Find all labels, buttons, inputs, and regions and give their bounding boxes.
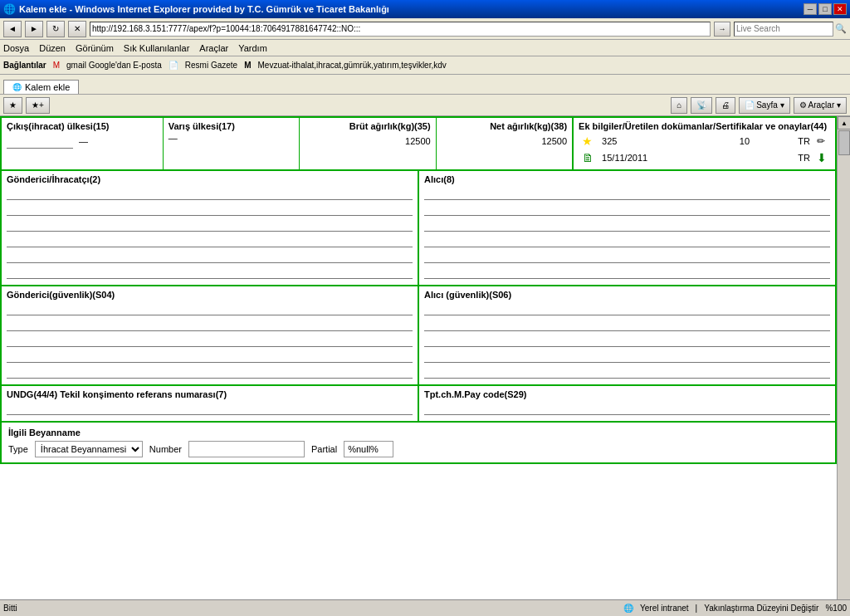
search-input[interactable] [734,22,833,37]
favorites-button[interactable]: ★ [3,97,22,114]
gonderici-field-1[interactable] [7,187,413,200]
refresh-button[interactable]: ↻ [46,21,65,37]
link-gazete[interactable]: Resmi Gazete [185,61,237,70]
alici-g-field-1[interactable] [424,302,830,315]
alici-inner: Alıcı(8) [419,171,835,285]
tab-bar: 🌐 Kalem ekle [0,75,850,95]
scroll-up-button[interactable]: ▲ [838,116,850,130]
gonderici-field-4[interactable] [7,234,413,247]
scroll-thumb[interactable] [838,130,850,155]
cikis-ulkesi-col: Çıkış(ihracat) ülkesi(15) — [2,118,164,169]
add-favorites-button[interactable]: ★+ [26,97,50,114]
menu-sik[interactable]: Sık Kullanılanlar [124,43,190,53]
menu-araclar[interactable]: Araçlar [199,43,228,53]
zoom-button[interactable]: Yakınlaştırma Düzeyini Değiştir [704,604,818,613]
address-input[interactable] [90,22,711,37]
menu-dosya[interactable]: Dosya [3,43,29,53]
gonderici-field-6[interactable] [7,266,413,279]
alici-label: Alıcı(8) [424,174,830,184]
ie-icon: 🌐 [3,3,16,15]
alici-g-field-2[interactable] [424,318,830,331]
gonderici-inner: Gönderici/İhracatçı(2) [2,171,418,285]
home-button[interactable]: ⌂ [671,97,687,114]
menu-duzen[interactable]: Düzen [39,43,66,53]
undg-inner: UNDG(44/4) Tekil konşimento referans num… [2,386,418,421]
feed-icon: 📡 [696,100,706,110]
status-right: 🌐 Yerel intranet | Yakınlaştırma Düzeyin… [623,604,847,613]
partial-input[interactable] [344,441,393,457]
partial-label: Partial [311,444,337,454]
alici-field-3[interactable] [424,218,830,232]
tools-icon: ⚙ [799,100,807,110]
link-gmail[interactable]: gmail Google'dan E-posta [66,61,162,70]
title-bar: 🌐 Kalem ekle - Windows Internet Explorer… [0,0,850,18]
edit-icon-2[interactable]: ⬇ [817,151,827,164]
alici-col: Alıcı(8) [419,171,835,285]
window-controls: ─ □ ✕ [804,3,847,15]
forward-button[interactable]: ► [25,21,43,37]
menu-gorunum[interactable]: Görünüm [76,43,114,53]
cikis-label: Çıkış(ihracat) ülkesi(15) [7,121,158,131]
alici-field-1[interactable] [424,187,830,200]
zoom-separator: | [696,604,698,613]
search-icon[interactable]: 🔍 [835,23,847,34]
edit-icon-1[interactable]: ✏ [817,135,825,147]
link-gazete-icon: 📄 [169,61,178,70]
tab-kalem-ekle[interactable]: 🌐 Kalem ekle [3,80,79,94]
link-mevzuat[interactable]: Mevzuat-ithalat,ihracat,gümrük,yatırım,t… [258,61,447,70]
ek-val-325: 325 [598,133,736,149]
link-mevzuat-icon: M [244,61,251,70]
page-button[interactable]: 📄 Sayfa ▾ [739,97,789,114]
tpt-field[interactable] [424,402,830,415]
star-icon: ★ [582,134,593,148]
alici-g-field-5[interactable] [424,365,830,379]
ek-bilgiler-section: Ek bilgiler/Üretilen dokümanlar/Sertifik… [572,118,835,169]
type-label: Type [8,444,28,454]
print-button[interactable]: 🖨 [716,97,735,114]
alici-field-4[interactable] [424,234,830,247]
gonderici-g-field-1[interactable] [7,302,413,315]
number-input[interactable] [188,441,305,457]
net-col: Net ağırlık(kg)(38) 12500 [437,118,572,169]
alici-g-field-4[interactable] [424,350,830,363]
gonderici-g-field-3[interactable] [7,334,413,347]
gonderici-g-field-5[interactable] [7,365,413,379]
minimize-button[interactable]: ─ [804,3,817,15]
gonderici-field-5[interactable] [7,250,413,263]
back-button[interactable]: ◄ [3,21,22,37]
tpt-col: Tpt.ch.M.Pay code(S29) [419,386,835,421]
go-button[interactable]: → [714,22,730,37]
menu-yardim[interactable]: Yardım [238,43,267,53]
gonderici-guvenlik-label: Gönderici(güvenlik)(S04) [7,290,413,300]
address-bar: ◄ ► ↻ ✕ → 🔍 [0,18,850,40]
status-left: Bitti [3,604,17,613]
gonderici-field-2[interactable] [7,203,413,216]
content-area: Çıkış(ihracat) ülkesi(15) — Varış ülkesi… [0,116,850,616]
top-section: Çıkış(ihracat) ülkesi(15) — Varış ülkesi… [0,116,837,171]
maximize-button[interactable]: □ [818,3,832,15]
net-value: 12500 [442,133,567,146]
undg-tpt-row: UNDG(44/4) Tekil konşimento referans num… [0,386,837,423]
type-select[interactable]: İhracat Beyannamesi İthalat Beyannamesi … [35,441,143,457]
alici-field-5[interactable] [424,250,830,263]
browser-window: 🌐 Kalem ekle - Windows Internet Explorer… [0,0,850,616]
close-button[interactable]: ✕ [833,3,847,15]
gonderici-guvenlik-inner: Gönderici(güvenlik)(S04) [2,286,418,384]
tools-button[interactable]: ⚙ Araçlar ▾ [794,97,847,114]
ek-action-1[interactable]: ✏ [813,133,830,149]
alici-field-6[interactable] [424,266,830,279]
gonderici-g-field-4[interactable] [7,350,413,363]
cikis-input[interactable] [7,135,73,149]
gonderici-field-3[interactable] [7,218,413,232]
feeds-button[interactable]: 📡 [691,97,712,114]
ek-action-2[interactable]: ⬇ [813,149,830,166]
alici-field-2[interactable] [424,203,830,216]
alici-g-field-3[interactable] [424,334,830,347]
stop-button[interactable]: ✕ [68,21,86,37]
gonderici-g-field-2[interactable] [7,318,413,331]
undg-field[interactable] [7,402,413,415]
gonderici-guvenlik-col: Gönderici(güvenlik)(S04) [2,286,419,384]
vertical-scrollbar: ▲ ▼ [837,116,850,616]
alici-guvenlik-col: Alıcı (güvenlik)(S06) [419,286,835,384]
varis-label: Varış ülkesi(17) [169,121,294,131]
